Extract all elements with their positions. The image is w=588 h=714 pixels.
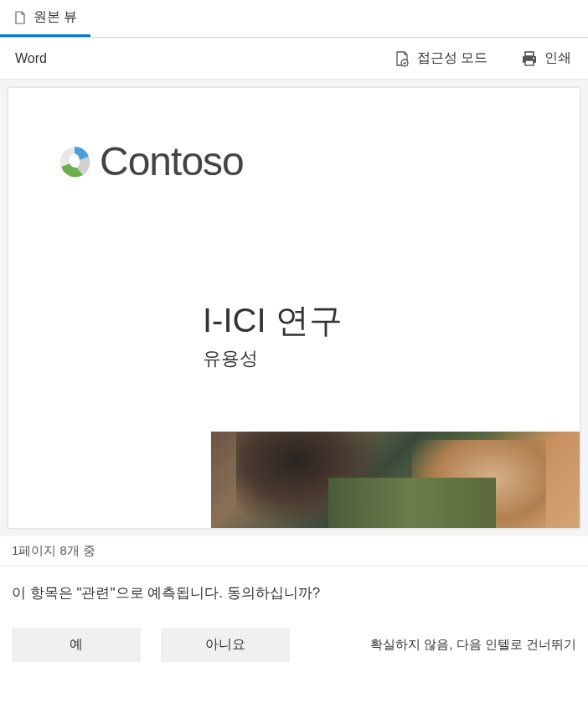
app-label: Word [15,51,47,66]
feedback-question: 이 항목은 "관련"으로 예측됩니다. 동의하십니까? [12,583,576,603]
toolbar: Word 접근성 모드 인쇄 [0,38,588,80]
print-label: 인쇄 [544,49,571,67]
document-page: Contoso I-ICI 연구 유용성 [8,88,580,528]
skip-link[interactable]: 확실하지 않음, 다음 인텔로 건너뛰기 [370,637,576,653]
document-viewer: Contoso I-ICI 연구 유용성 [0,80,588,536]
print-icon [521,50,538,67]
yes-button[interactable]: 예 [12,628,141,662]
print-button[interactable]: 인쇄 [521,49,571,67]
toolbar-actions: 접근성 모드 인쇄 [394,49,571,67]
company-name: Contoso [100,138,244,184]
svg-point-4 [533,57,534,59]
no-button[interactable]: 아니요 [161,628,290,662]
company-logo-section: Contoso [54,138,244,184]
accessibility-label: 접근성 모드 [417,49,487,67]
document-photo [211,432,580,528]
svg-rect-1 [525,52,534,56]
tab-label: 원본 뷰 [34,8,77,26]
company-logo-icon [54,142,95,182]
feedback-actions: 예 아니요 확실하지 않음, 다음 인텔로 건너뛰기 [12,628,576,662]
document-icon [13,11,27,24]
page-status: 1페이지 8개 중 [0,536,588,567]
svg-rect-3 [525,60,534,65]
tab-original-view[interactable]: 원본 뷰 [0,0,90,37]
accessibility-icon [394,50,410,67]
feedback-section: 이 항목은 "관련"으로 예측됩니다. 동의하십니까? 예 아니요 확실하지 않… [0,567,588,662]
document-subtitle: 유용성 [203,346,258,371]
document-title: I-ICI 연구 [203,298,343,344]
tab-bar: 원본 뷰 [0,0,588,38]
accessibility-mode-button[interactable]: 접근성 모드 [394,49,487,67]
